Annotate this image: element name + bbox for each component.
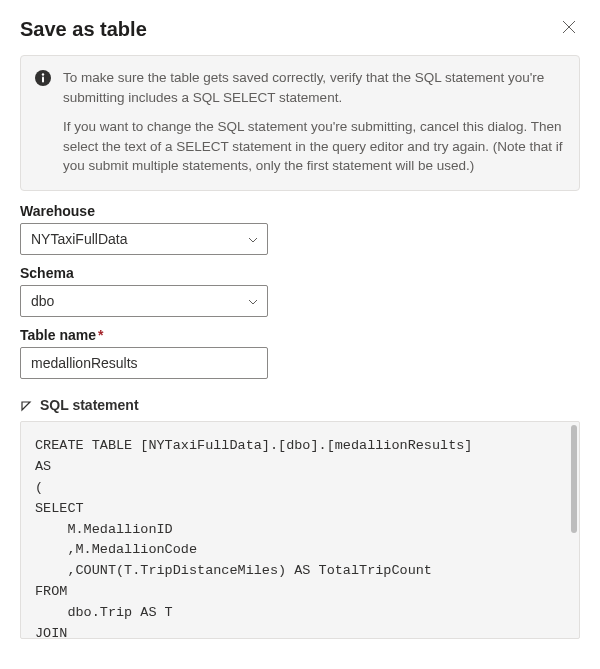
schema-select[interactable]: dbo (20, 285, 268, 317)
dialog-title: Save as table (20, 18, 147, 41)
collapse-icon (20, 399, 32, 411)
chevron-down-icon (247, 233, 259, 245)
dialog-header: Save as table (20, 18, 580, 41)
table-name-label: Table name* (20, 327, 580, 343)
sql-statement-toggle[interactable]: SQL statement (20, 397, 580, 413)
warehouse-value: NYTaxiFullData (31, 231, 127, 247)
info-box: To make sure the table gets saved correc… (20, 55, 580, 191)
info-icon (35, 70, 51, 86)
info-paragraph-2: If you want to change the SQL statement … (63, 117, 565, 176)
sql-statement-label: SQL statement (40, 397, 139, 413)
table-name-input[interactable] (20, 347, 268, 379)
svg-rect-2 (42, 77, 44, 83)
schema-label: Schema (20, 265, 580, 281)
save-as-table-dialog: Save as table To make sure the table get… (0, 0, 600, 669)
scrollbar-thumb[interactable] (571, 425, 577, 533)
svg-point-1 (42, 73, 44, 75)
sql-statement-code[interactable]: CREATE TABLE [NYTaxiFullData].[dbo].[med… (20, 421, 580, 639)
warehouse-label: Warehouse (20, 203, 580, 219)
close-icon (562, 20, 576, 37)
schema-value: dbo (31, 293, 54, 309)
sql-statement-container: CREATE TABLE [NYTaxiFullData].[dbo].[med… (20, 421, 580, 639)
required-asterisk: * (98, 327, 103, 343)
chevron-down-icon (247, 295, 259, 307)
close-button[interactable] (558, 18, 580, 39)
table-name-label-text: Table name (20, 327, 96, 343)
info-paragraph-1: To make sure the table gets saved correc… (63, 68, 565, 107)
info-text: To make sure the table gets saved correc… (63, 68, 565, 176)
warehouse-select[interactable]: NYTaxiFullData (20, 223, 268, 255)
